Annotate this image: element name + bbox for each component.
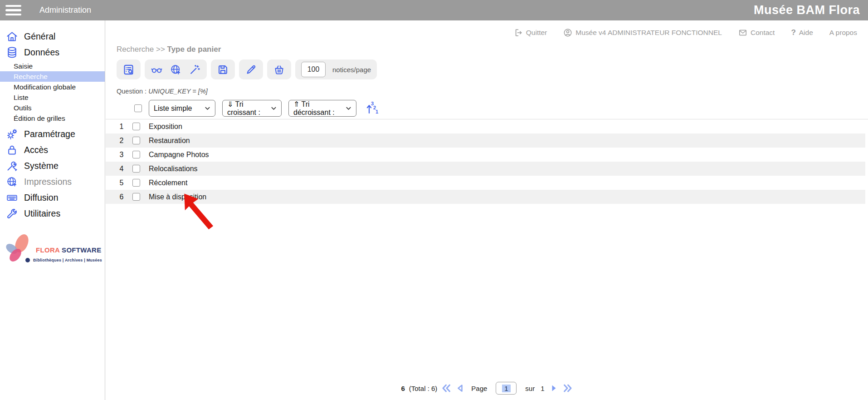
result-total: (Total : 6) [409,385,438,392]
pencil-icon [245,64,257,76]
app-window: Administration Musée BAM Flora Général D… [0,0,868,400]
sidebar-item-donnees[interactable]: Données [0,44,105,60]
triangle-right-icon [549,383,559,393]
sort-controls: Liste simple ⇓ Tri croissant : ⇑ Tri déc… [134,100,379,117]
user-icon [563,28,572,37]
breadcrumb-parent[interactable]: Recherche [117,45,154,54]
basket-button[interactable] [267,59,291,79]
sidebar-item-acces[interactable]: Accès [0,142,105,158]
sidebar-item-utilitaires[interactable]: Utilitaires [0,206,105,222]
breadcrumb: Recherche >> Type de panier [117,45,221,54]
sidebar-item-impressions[interactable]: Impressions [0,174,105,190]
sidebar-item-parametrage[interactable]: Paramétrage [0,126,105,142]
lock-icon [6,144,18,156]
globe-publish-icon[interactable] [170,64,182,76]
notices-per-page-label: notices/page [332,66,371,74]
brand-title: Musée BAM Flora [754,3,860,17]
row-checkbox[interactable] [132,179,140,187]
topbar: Administration Musée BAM Flora [0,0,868,20]
sort-ascending-select[interactable]: ⇓ Tri croissant : [222,100,282,117]
pagination: 6 (Total : 6) Page 1 sur 1 [106,382,868,395]
breadcrumb-separator: >> [156,45,165,54]
page-number-input[interactable]: 1 [496,382,517,395]
chevron-down-icon [271,105,277,111]
sidebar-item-label: Accès [24,145,48,155]
last-page-button[interactable] [563,383,573,393]
row-label[interactable]: Récolement [149,179,187,187]
result-list: 1 Exposition 2 Restauration 3 Campagne P… [106,119,865,204]
sidebar: Général Données Saisie Recherche Modific… [0,20,105,400]
aide-link[interactable]: ? Aide [791,28,813,37]
logo-tagline: Bibliothèques | Archives | Musées [33,258,102,262]
sidebar-item-systeme[interactable]: Système [0,158,105,174]
chevron-down-icon [346,105,351,111]
save-button[interactable] [211,59,235,79]
result-count: 6 [401,385,405,392]
sidebar-item-edition-de-grilles[interactable]: Édition de grilles [0,113,105,123]
sidebar-item-recherche[interactable]: Recherche [0,71,105,82]
wrench-icon [6,207,18,220]
table-row: 6 Mise à disposition [106,190,865,204]
question-expression: UNIQUE_KEY = [%] [148,88,208,95]
hamburger-menu-icon[interactable] [5,3,21,18]
sidebar-item-general[interactable]: Général [0,29,105,44]
sidebar-item-modification-globale[interactable]: Modification globale [0,82,105,92]
sort-numeric-button[interactable]: 3 2 1 [366,100,379,117]
database-icon [6,46,18,59]
table-row: 1 Exposition [106,119,865,133]
sidebar-item-label: Diffusion [24,193,59,203]
sidebar-item-diffusion[interactable]: Diffusion [0,190,105,206]
row-label[interactable]: Mise à disposition [149,193,206,201]
glasses-icon[interactable] [151,64,163,76]
logo-name-flora: FLORA [36,246,60,254]
previous-page-button[interactable] [455,383,465,393]
next-page-button[interactable] [549,383,559,393]
sidebar-item-label: Paramétrage [24,129,75,139]
row-checkbox[interactable] [132,123,140,130]
notices-per-page-group: notices/page [295,59,377,79]
logout-icon [514,28,523,37]
row-checkbox[interactable] [132,137,140,144]
row-label[interactable]: Relocalisations [149,165,198,173]
total-pages: 1 [541,385,544,392]
row-label[interactable]: Restauration [149,137,190,145]
table-row: 5 Récolement [106,176,865,190]
apropos-link[interactable]: A propos [829,29,857,37]
magic-wand-icon[interactable] [189,64,201,76]
row-number: 6 [116,193,127,201]
row-number: 4 [116,165,127,173]
sidebar-item-label: Données [24,47,59,58]
sidebar-item-outils[interactable]: Outils [0,103,105,113]
search-form-button[interactable] [117,59,141,79]
row-checkbox[interactable] [132,193,140,201]
contact-link[interactable]: Contact [738,28,775,37]
keyboard-icon [6,192,18,204]
row-checkbox[interactable] [132,151,140,158]
sidebar-item-liste[interactable]: Liste [0,92,105,103]
row-label[interactable]: Exposition [149,123,182,131]
select-all-checkbox[interactable] [134,104,142,112]
flora-software-logo: FLORA SOFTWARE Bibliothèques | Archives … [0,232,105,278]
row-number: 2 [116,137,127,145]
form-search-icon [122,64,135,76]
envelope-icon [738,28,747,37]
first-page-button[interactable] [441,383,451,393]
double-chevron-right-icon [563,383,573,393]
donnees-submenu: Saisie Recherche Modification globale Li… [0,61,105,123]
svg-text:1: 1 [375,109,378,114]
sur-label: sur [525,385,535,392]
sort-descending-select[interactable]: ⇑ Tri décroissant : [288,100,356,117]
table-row: 3 Campagne Photos [106,148,865,162]
list-mode-select[interactable]: Liste simple [149,100,215,117]
row-checkbox[interactable] [132,165,140,173]
app-title: Administration [39,5,91,15]
header-links: Quitter Musée v4 ADMINISTRATEUR FONCTION… [514,28,857,37]
double-chevron-left-icon [441,383,451,393]
row-label[interactable]: Campagne Photos [149,151,209,159]
page-label: Page [471,385,487,392]
notices-per-page-input[interactable] [301,62,326,77]
user-account-link[interactable]: Musée v4 ADMINISTRATEUR FONCTIONNEL [563,28,722,37]
edit-button[interactable] [239,59,263,79]
quitter-link[interactable]: Quitter [514,28,547,37]
sidebar-item-saisie[interactable]: Saisie [0,61,105,71]
